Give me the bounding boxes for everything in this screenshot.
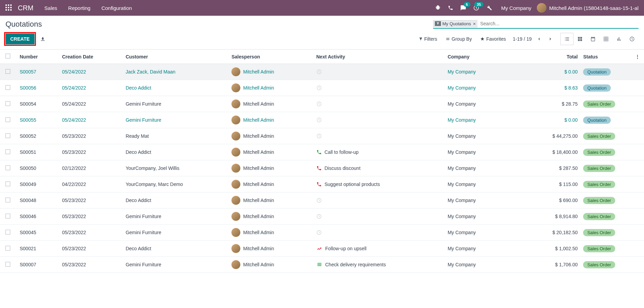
row-checkbox[interactable]	[5, 149, 10, 154]
col-date[interactable]: Creation Date	[59, 50, 123, 64]
table-row[interactable]: S00057 05/24/2022 Jack Zack, David Maan …	[0, 64, 644, 80]
cell-company[interactable]: My Company	[447, 101, 476, 107]
cell-activity[interactable]	[316, 214, 442, 219]
col-total[interactable]: Total	[530, 50, 581, 64]
row-checkbox[interactable]	[5, 262, 10, 267]
col-salesperson[interactable]: Salesperson	[229, 50, 314, 64]
cell-salesperson[interactable]: Mitchell Admin	[231, 180, 311, 189]
table-row[interactable]: S00045 05/23/2022 Gemini Furniture Mitch…	[0, 225, 644, 241]
table-row[interactable]: S00051 05/23/2022 Deco Addict Mitchell A…	[0, 144, 644, 160]
table-row[interactable]: S00050 02/12/2022 YourCompany, Joel Will…	[0, 160, 644, 176]
cell-company[interactable]: My Company	[447, 182, 476, 187]
cell-company[interactable]: My Company	[447, 133, 476, 139]
cell-customer[interactable]: Gemini Furniture	[126, 117, 161, 123]
cell-activity[interactable]: Suggest optional products	[316, 182, 442, 187]
view-list[interactable]	[560, 33, 573, 45]
phone-icon[interactable]	[448, 5, 453, 11]
cell-number[interactable]: S00046	[20, 214, 36, 219]
create-button[interactable]: CREATE	[5, 34, 35, 44]
cell-salesperson[interactable]: Mitchell Admin	[231, 212, 311, 221]
row-checkbox[interactable]	[5, 133, 10, 138]
cell-activity[interactable]	[316, 230, 442, 235]
table-row[interactable]: S00052 05/23/2022 Ready Mat Mitchell Adm…	[0, 128, 644, 144]
user-avatar[interactable]	[537, 3, 546, 13]
cell-salesperson[interactable]: Mitchell Admin	[231, 83, 311, 92]
cell-customer[interactable]: Deco Addict	[126, 246, 151, 251]
cell-salesperson[interactable]: Mitchell Admin	[231, 260, 311, 269]
view-activity[interactable]	[626, 33, 639, 45]
app-brand[interactable]: CRM	[18, 4, 34, 12]
view-graph[interactable]	[613, 33, 626, 45]
groupby-button[interactable]: Group By	[445, 36, 472, 42]
cell-company[interactable]: My Company	[447, 246, 476, 251]
messages-icon[interactable]: 6	[460, 5, 466, 11]
cell-number[interactable]: S00050	[20, 165, 36, 171]
nav-configuration[interactable]: Configuration	[101, 5, 132, 11]
cell-number[interactable]: S00052	[20, 133, 36, 139]
cell-activity[interactable]: Check delivery requirements	[316, 262, 442, 267]
cell-salesperson[interactable]: Mitchell Admin	[231, 116, 311, 124]
cell-number[interactable]: S00057	[20, 69, 36, 75]
cell-customer[interactable]: Deco Addict	[126, 198, 151, 203]
cell-number[interactable]: S00021	[20, 246, 36, 251]
nav-sales[interactable]: Sales	[45, 5, 58, 11]
tools-icon[interactable]	[486, 5, 492, 11]
cell-number[interactable]: S00045	[20, 230, 36, 235]
row-checkbox[interactable]	[5, 246, 10, 251]
cell-activity[interactable]	[316, 101, 442, 107]
cell-salesperson[interactable]: Mitchell Admin	[231, 132, 311, 140]
cell-salesperson[interactable]: Mitchell Admin	[231, 164, 311, 173]
row-checkbox[interactable]	[5, 69, 10, 74]
cell-number[interactable]: S00007	[20, 262, 36, 267]
bug-icon[interactable]	[435, 5, 441, 11]
cell-company[interactable]: My Company	[447, 69, 476, 75]
row-checkbox[interactable]	[5, 198, 10, 202]
cell-number[interactable]: S00049	[20, 182, 36, 187]
favorites-button[interactable]: Favorites	[480, 36, 506, 42]
row-checkbox[interactable]	[5, 85, 10, 90]
row-checkbox[interactable]	[5, 230, 10, 235]
cell-customer[interactable]: Deco Addict	[126, 85, 151, 91]
cell-activity[interactable]	[316, 198, 442, 203]
cell-number[interactable]: S00054	[20, 101, 36, 107]
table-row[interactable]: S00056 05/24/2022 Deco Addict Mitchell A…	[0, 80, 644, 96]
cell-customer[interactable]: Deco Addict	[126, 149, 151, 155]
row-checkbox[interactable]	[5, 182, 10, 186]
row-checkbox[interactable]	[5, 117, 10, 122]
activities-icon[interactable]: 35	[473, 5, 479, 11]
table-row[interactable]: S00055 05/24/2022 Gemini Furniture Mitch…	[0, 112, 644, 128]
cell-activity[interactable]: Call to follow-up	[316, 149, 442, 155]
view-kanban[interactable]	[573, 33, 586, 45]
cell-customer[interactable]: Gemini Furniture	[126, 214, 161, 219]
view-pivot[interactable]	[599, 33, 613, 45]
row-checkbox[interactable]	[5, 165, 10, 170]
cell-salesperson[interactable]: Mitchell Admin	[231, 67, 311, 76]
cell-customer[interactable]: Gemini Furniture	[126, 262, 161, 267]
table-row[interactable]: S00049 04/22/2022 YourCompany, Marc Demo…	[0, 176, 644, 192]
cell-number[interactable]: S00056	[20, 85, 36, 91]
cell-customer[interactable]: YourCompany, Joel Willis	[126, 165, 179, 171]
cell-salesperson[interactable]: Mitchell Admin	[231, 99, 311, 108]
pager-next[interactable]	[547, 35, 554, 43]
cell-company[interactable]: My Company	[447, 230, 476, 235]
cell-company[interactable]: My Company	[447, 149, 476, 155]
cell-customer[interactable]: Jack Zack, David Maan	[126, 69, 176, 75]
filter-tag-remove[interactable]: ×	[473, 21, 476, 26]
view-calendar[interactable]	[586, 33, 599, 45]
cell-activity[interactable]	[316, 85, 442, 91]
cell-company[interactable]: My Company	[447, 165, 476, 171]
cell-number[interactable]: S00051	[20, 149, 36, 155]
table-row[interactable]: S00048 05/23/2022 Deco Addict Mitchell A…	[0, 192, 644, 209]
cell-customer[interactable]: Ready Mat	[126, 133, 149, 139]
row-checkbox[interactable]	[5, 214, 10, 218]
col-customer[interactable]: Customer	[123, 50, 229, 64]
search-box[interactable]: My Quotations ×	[433, 20, 639, 29]
cell-company[interactable]: My Company	[447, 85, 476, 91]
cell-company[interactable]: My Company	[447, 198, 476, 203]
cell-company[interactable]: My Company	[447, 262, 476, 267]
table-row[interactable]: S00007 05/23/2022 Gemini Furniture Mitch…	[0, 257, 644, 273]
table-row[interactable]: S00046 05/23/2022 Gemini Furniture Mitch…	[0, 209, 644, 225]
cell-customer[interactable]: Gemini Furniture	[126, 101, 161, 107]
cell-activity[interactable]: Discuss discount	[316, 165, 442, 171]
nav-reporting[interactable]: Reporting	[68, 5, 90, 11]
